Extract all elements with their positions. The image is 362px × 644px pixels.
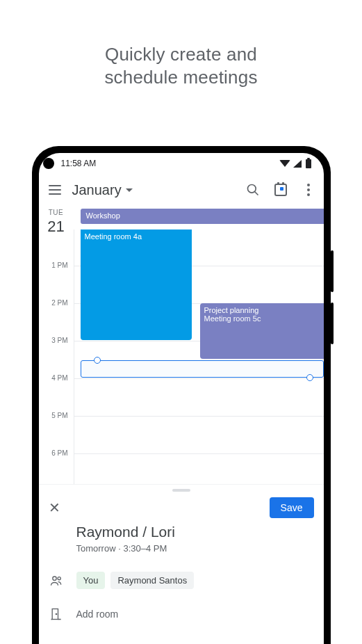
search-icon [246, 183, 260, 197]
cellular-icon [293, 160, 302, 168]
svg-point-0 [247, 185, 256, 193]
status-time: 11:58 AM [61, 159, 97, 168]
hour-gridline [74, 416, 324, 417]
hour-label: 4 PM [39, 374, 72, 382]
save-button[interactable]: Save [270, 497, 314, 518]
day-header: TUE 21 [39, 206, 74, 236]
grid-divider [74, 230, 74, 484]
close-button[interactable]: ✕ [49, 499, 65, 516]
menu-icon[interactable] [49, 185, 61, 195]
add-room-label: Add room [76, 609, 119, 620]
calendar-event[interactable]: Project planning Meeting room 5c [200, 303, 324, 359]
people-icon [49, 574, 63, 588]
phone-frame: 11:58 AM January [32, 146, 331, 644]
hour-label: 2 PM [39, 299, 72, 307]
event-title: Meeting room 4a [85, 232, 188, 241]
app-bar: January [39, 174, 324, 206]
hour-gridline [74, 453, 324, 454]
svg-line-1 [254, 192, 258, 195]
day-number: 21 [39, 218, 74, 236]
svg-point-3 [58, 577, 60, 579]
hour-label: 6 PM [39, 449, 72, 457]
guest-chip[interactable]: Raymond Santos [110, 572, 194, 589]
event-location: Meeting room 5c [204, 314, 320, 323]
promo-headline: Quickly create and schedule meetings [0, 43, 362, 88]
time-selection[interactable] [81, 360, 324, 378]
event-title-input[interactable]: Raymond / Lori [76, 524, 314, 540]
phone-side-button [331, 250, 334, 292]
more-vert-icon [307, 184, 310, 196]
hour-label: 5 PM [39, 412, 72, 419]
today-button[interactable] [272, 182, 289, 198]
room-icon [49, 607, 63, 621]
hour-label: 3 PM [39, 337, 72, 344]
front-camera [43, 158, 54, 169]
svg-point-7 [56, 613, 56, 614]
chevron-down-icon [126, 188, 133, 192]
overflow-menu[interactable] [300, 182, 317, 198]
guest-chip-self[interactable]: You [76, 572, 106, 589]
event-time-label[interactable]: Tomorrow · 3:30–4 PM [76, 543, 314, 554]
day-view[interactable]: TUE 21 Workshop 1 PM 2 PM 3 PM 4 PM 5 PM… [39, 206, 324, 484]
event-title: Project planning [204, 306, 320, 314]
phone-side-button [331, 303, 334, 344]
sheet-grabber[interactable] [172, 489, 190, 492]
current-month: January [72, 182, 122, 198]
calendar-today-icon [274, 184, 287, 196]
selection-handle[interactable] [306, 374, 313, 381]
wifi-icon [279, 160, 290, 167]
add-room-row[interactable]: Add room [39, 607, 324, 621]
search-button[interactable] [245, 182, 261, 198]
status-bar: 11:58 AM [39, 153, 324, 174]
guests-row[interactable]: You Raymond Santos [39, 572, 324, 589]
hour-label: 1 PM [39, 261, 72, 269]
calendar-event[interactable]: Meeting room 4a [81, 230, 192, 340]
weekday-label: TUE [39, 209, 74, 216]
battery-icon [306, 159, 311, 168]
hour-gridline [74, 378, 324, 379]
month-picker[interactable]: January [72, 182, 133, 198]
svg-point-2 [52, 577, 56, 580]
allday-event[interactable]: Workshop [81, 209, 324, 224]
selection-handle[interactable] [94, 357, 101, 364]
event-create-sheet: ✕ Save Raymond / Lori Tomorrow · 3:30–4 … [39, 484, 324, 644]
